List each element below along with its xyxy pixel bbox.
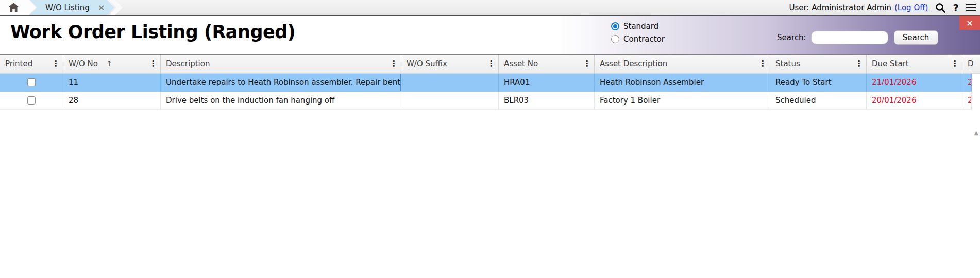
radio-selected-icon[interactable]	[611, 22, 619, 30]
cell-asset_description[interactable]: Heath Robinson Assembler	[595, 74, 770, 91]
column-header-label: Description	[166, 59, 210, 68]
cell-due_start[interactable]: 20/01/2026	[867, 92, 962, 109]
cell-status[interactable]: Ready To Start	[770, 74, 867, 91]
search-input[interactable]	[811, 31, 888, 44]
search-label: Search:	[777, 33, 806, 42]
column-header-label: D	[968, 59, 974, 68]
column-menu-icon[interactable]: ⋮	[484, 60, 495, 68]
cell-asset_description[interactable]: Factory 1 Boiler	[595, 92, 770, 109]
cell-asset_no[interactable]: BLR03	[499, 92, 595, 109]
column-header-label: Asset No	[504, 59, 538, 68]
help-icon[interactable]: ?	[953, 3, 959, 13]
printed-checkbox[interactable]	[27, 96, 36, 105]
tab-close-icon[interactable]: ×	[98, 4, 105, 12]
grid-body: 11Undertake repairs to Heath Robinson as…	[0, 74, 972, 110]
mode-radio-group: Standard Contractor	[611, 22, 665, 44]
tab-wo-listing[interactable]: W/O Listing ×	[30, 0, 114, 15]
cell-wo_no[interactable]: 28	[63, 92, 161, 109]
tab-bar-right: User: Administrator Admin (Log Off) ?	[789, 0, 976, 15]
column-header-asset_no[interactable]: Asset No⋮	[499, 55, 595, 73]
app-window: W/O Listing × User: Administrator Admin …	[0, 0, 980, 278]
close-button[interactable]: ×	[959, 16, 980, 30]
printed-checkbox[interactable]	[27, 78, 36, 86]
tab-label: W/O Listing	[45, 3, 90, 12]
search-button[interactable]: Search	[894, 30, 938, 45]
column-header-wo_suffix[interactable]: W/O Suffix⋮	[401, 55, 499, 73]
column-header-label: Printed	[5, 59, 32, 68]
log-off-link[interactable]: (Log Off)	[894, 3, 928, 12]
search-area: Search: Search	[777, 30, 938, 45]
menu-icon[interactable]	[966, 4, 976, 11]
column-header-label: Asset Description	[600, 59, 667, 68]
column-menu-icon[interactable]: ⋮	[386, 60, 398, 68]
cell-wo_no[interactable]: 11	[63, 74, 161, 91]
radio-option-standard[interactable]: Standard	[611, 22, 665, 31]
column-menu-icon[interactable]: ⋮	[852, 60, 863, 68]
cell-description[interactable]: Undertake repairs to Heath Robinson asse…	[161, 74, 401, 91]
tab-bar: W/O Listing × User: Administrator Admin …	[0, 0, 980, 16]
sort-ascending-icon: ↑	[106, 59, 113, 68]
work-order-grid: Printed⋮W/O No↑⋮Description⋮W/O Suffix⋮A…	[0, 54, 980, 110]
column-header-label: W/O No	[69, 59, 98, 68]
column-header-due_finish[interactable]: D	[962, 55, 980, 73]
cell-description[interactable]: Drive belts on the induction fan hanging…	[161, 92, 401, 109]
user-label: User: Administrator Admin	[789, 3, 891, 12]
column-header-asset_description[interactable]: Asset Description⋮	[595, 55, 770, 73]
column-header-description[interactable]: Description⋮	[161, 55, 401, 73]
column-header-wo_no[interactable]: W/O No↑⋮	[63, 55, 161, 73]
title-band: Work Order Listing (Ranged) Standard Con…	[0, 16, 980, 54]
column-header-label: Status	[775, 59, 800, 68]
work-order-row[interactable]: 28Drive belts on the induction fan hangi…	[0, 92, 972, 110]
cell-status[interactable]: Scheduled	[770, 92, 867, 109]
cell-wo_suffix[interactable]	[401, 74, 499, 91]
radio-option-contractor[interactable]: Contractor	[611, 34, 665, 44]
page-title: Work Order Listing (Ranged)	[10, 22, 295, 42]
column-menu-icon[interactable]: ⋮	[755, 60, 767, 68]
grid-header-row: Printed⋮W/O No↑⋮Description⋮W/O Suffix⋮A…	[0, 54, 980, 74]
scrollbar-up-icon[interactable]: ▲	[974, 130, 978, 136]
cell-due_finish[interactable]: 2	[962, 74, 972, 91]
work-order-row[interactable]: 11Undertake repairs to Heath Robinson as…	[0, 74, 972, 92]
column-header-label: W/O Suffix	[407, 59, 447, 68]
cell-wo_suffix[interactable]	[401, 92, 499, 109]
home-tab[interactable]	[0, 0, 36, 15]
radio-unselected-icon[interactable]	[611, 35, 619, 43]
column-header-status[interactable]: Status⋮	[770, 55, 867, 73]
cell-printed[interactable]	[0, 74, 63, 91]
search-icon[interactable]	[935, 3, 945, 13]
cell-asset_no[interactable]: HRA01	[499, 74, 595, 91]
column-header-printed[interactable]: Printed⋮	[0, 55, 63, 73]
home-icon	[8, 3, 19, 12]
column-menu-icon[interactable]: ⋮	[580, 60, 591, 68]
column-menu-icon[interactable]: ⋮	[146, 60, 157, 68]
cell-due_start[interactable]: 21/01/2026	[867, 74, 962, 91]
cell-printed[interactable]	[0, 92, 63, 109]
column-menu-icon[interactable]: ⋮	[948, 60, 959, 68]
column-header-label: Due Start	[872, 59, 909, 68]
column-menu-icon[interactable]: ⋮	[48, 60, 60, 68]
cell-due_finish[interactable]: 2	[962, 92, 972, 109]
column-header-due_start[interactable]: Due Start⋮	[867, 55, 962, 73]
